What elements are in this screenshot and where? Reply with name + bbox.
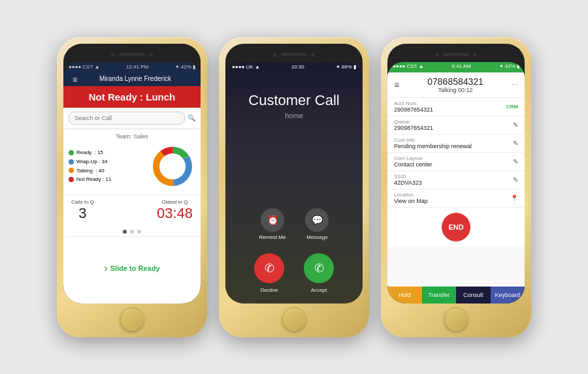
location-value: View on Map <box>394 198 428 204</box>
p2-signal: ●●●● UK ▲ <box>232 64 260 70</box>
p3-bottom-bar: Hold Transfer Consult Keyboard <box>387 287 525 304</box>
p2-actions: ⏰ Remind Me 💬 Message <box>225 200 363 248</box>
phone-2-content: ●●●● UK ▲ 10:30 ✦ 86% ▮ Customer Call ho… <box>225 62 363 304</box>
remind-me-button[interactable]: ⏰ Remind Me <box>259 208 286 240</box>
phone-3-content: ●●●● CST ▲ 9:41 AM ✦ 42% ▮ ≡ 07868584321… <box>387 62 525 304</box>
p1-search-bar[interactable]: 🔍 <box>63 108 201 129</box>
hamburger-icon[interactable]: ≡ <box>73 75 77 84</box>
oldest-in-q-value: 03:48 <box>157 205 193 222</box>
phone-3-top-bar <box>435 53 477 57</box>
field-acct-num: Acct Num 290987654321 CRM <box>387 98 525 116</box>
talking-dot <box>69 168 74 173</box>
p1-team-label: Team: Sales <box>63 129 201 141</box>
phone-1-content: ●●●● CST ▲ 12:41 PM ✦ 42% ▮ ≡ Miranda Ly… <box>63 62 201 304</box>
chevron-icon: › <box>104 262 107 274</box>
phone-1-top-bar <box>111 53 153 57</box>
camera-dot-1 <box>111 53 115 57</box>
p2-call-info: Customer Call home <box>225 72 363 200</box>
p3-talking-status: Talking 00:12 <box>427 87 483 93</box>
donut-chart <box>150 144 195 189</box>
p2-call-name: Customer Call <box>248 92 339 109</box>
p1-legend: Ready : 15 Wrap-Up : 34 Talking : 40 <box>69 148 111 183</box>
phone-1-screen: ●●●● CST ▲ 12:41 PM ✦ 42% ▮ ≡ Miranda Ly… <box>63 44 201 304</box>
legend-talking-label: Talking : 40 <box>76 166 105 176</box>
decline-label: Decline <box>261 287 278 293</box>
ssid-value: 42DVA323 <box>394 179 422 186</box>
p3-signal: ●●●● CST ▲ <box>393 63 424 71</box>
dot-1 <box>123 230 127 234</box>
dot-3 <box>137 230 141 234</box>
acct-num-label: Acct Num <box>394 101 433 106</box>
field-user-layout: User Layout Contact center ✎ <box>387 153 525 171</box>
legend-ready-label: Ready : 15 <box>76 148 103 157</box>
decline-icon: ✆ <box>254 253 284 283</box>
home-button-1[interactable] <box>120 307 144 331</box>
queue-label: Queue <box>394 119 433 125</box>
search-input[interactable] <box>69 112 185 125</box>
notready-dot <box>69 177 74 182</box>
legend-wrapup-label: Wrap-Up : 34 <box>76 157 107 166</box>
p1-not-ready-banner: Not Ready : Lunch <box>63 86 201 108</box>
camera-dot-4 <box>311 53 315 57</box>
message-label: Message <box>306 234 327 240</box>
p2-status-bar: ●●●● UK ▲ 10:30 ✦ 86% ▮ <box>225 62 363 72</box>
dot-2 <box>130 230 134 234</box>
accept-label: Accept <box>311 287 327 293</box>
p3-options-icon[interactable]: ⋯ <box>512 81 518 88</box>
consult-button[interactable]: Consult <box>456 287 491 304</box>
p2-bg: ●●●● UK ▲ 10:30 ✦ 86% ▮ Customer Call ho… <box>225 62 363 304</box>
p3-call-header: 07868584321 Talking 00:12 <box>427 76 483 93</box>
remind-icon: ⏰ <box>261 208 284 232</box>
slide-to-ready[interactable]: › Slide to Ready <box>63 236 201 304</box>
field-cust-info: Cust Info Pending membership renewal ✎ <box>387 134 525 153</box>
search-icon[interactable]: 🔍 <box>188 114 195 121</box>
home-button-3[interactable] <box>444 307 468 331</box>
p3-phone-number: 07868584321 <box>427 76 483 87</box>
field-queue: Queue 290987654321 ✎ <box>387 116 525 134</box>
slide-text: Slide to Ready <box>110 264 160 272</box>
p2-time: 10:30 <box>291 64 304 70</box>
keyboard-button[interactable]: Keyboard <box>491 287 525 304</box>
calls-in-q: Calls in Q 3 <box>71 199 94 222</box>
cust-info-edit-icon[interactable]: ✎ <box>513 140 518 147</box>
camera-dot-2 <box>149 53 153 57</box>
p3-end-section: END <box>387 208 525 247</box>
p1-stats-section: Ready : 15 Wrap-Up : 34 Talking : 40 <box>63 141 201 195</box>
phone-2-screen: ●●●● UK ▲ 10:30 ✦ 86% ▮ Customer Call ho… <box>225 44 363 304</box>
crm-button[interactable]: CRM <box>506 104 518 110</box>
map-icon[interactable]: 📍 <box>510 195 518 202</box>
user-layout-edit-icon[interactable]: ✎ <box>513 158 518 165</box>
ready-dot <box>69 150 74 155</box>
ssid-edit-icon[interactable]: ✎ <box>513 176 518 183</box>
p1-user-name: Miranda Lynne Frederick <box>99 75 171 82</box>
speaker-bar-2 <box>281 53 307 56</box>
decline-button[interactable]: ✆ Decline <box>254 253 284 293</box>
ssid-label: SSID <box>394 174 422 179</box>
p3-battery: ✦ 42% ▮ <box>499 63 519 71</box>
cust-info-label: Cust Info <box>394 137 472 143</box>
legend-row-wrapup: Wrap-Up : 34 <box>69 157 111 166</box>
p1-not-ready-text: Not Ready : Lunch <box>89 91 176 102</box>
camera-dot-6 <box>473 53 477 57</box>
end-button[interactable]: END <box>442 213 470 242</box>
message-button[interactable]: 💬 Message <box>305 208 329 240</box>
legend-row-ready: Ready : 15 <box>69 148 111 157</box>
field-location: Location View on Map 📍 <box>387 189 525 208</box>
home-button-2[interactable] <box>282 307 306 331</box>
p3-hamburger-icon[interactable]: ≡ <box>394 80 399 90</box>
queue-value: 290987654321 <box>394 125 433 131</box>
oldest-in-q: Oldest in Q 03:48 <box>157 199 193 222</box>
hold-button[interactable]: Hold <box>387 287 422 304</box>
p1-battery: ✦ 42% ▮ <box>175 64 195 70</box>
user-layout-value: Contact center <box>394 161 433 168</box>
p2-battery: ✦ 86% ▮ <box>336 64 356 70</box>
camera-dot-5 <box>435 53 439 57</box>
queue-edit-icon[interactable]: ✎ <box>513 121 518 129</box>
accept-button[interactable]: ✆ Accept <box>304 253 334 293</box>
legend-row-talking: Talking : 40 <box>69 166 111 176</box>
oldest-in-q-label: Oldest in Q <box>157 199 193 205</box>
phone-2-top-bar <box>273 53 315 57</box>
transfer-button[interactable]: Transfer <box>422 287 457 304</box>
phone-3: ●●●● CST ▲ 9:41 AM ✦ 42% ▮ ≡ 07868584321… <box>381 37 531 337</box>
p1-header: ≡ Miranda Lynne Frederick <box>63 72 201 86</box>
